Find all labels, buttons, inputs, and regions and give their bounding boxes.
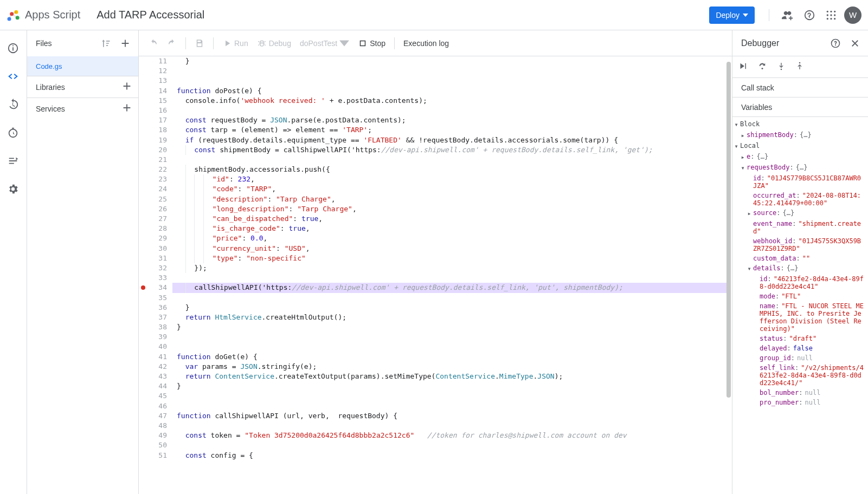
function-selector[interactable]: doPostTest [297,35,352,52]
svg-point-5 [830,10,832,12]
file-code-gs[interactable]: Code.gs [27,56,138,76]
svg-point-21 [799,62,801,64]
svg-point-4 [827,10,828,12]
svg-point-12 [834,18,835,20]
triggers-icon[interactable] [7,127,20,140]
svg-rect-14 [12,47,14,50]
executions-icon[interactable] [7,155,20,168]
add-library-button[interactable] [121,80,134,94]
sort-files-button[interactable] [97,35,114,52]
apps-script-icon [5,8,21,23]
debug-help-icon[interactable] [827,35,844,52]
svg-point-6 [834,10,835,12]
debugger-panel: Debugger Call stack Variables ▾Block▸shi… [732,30,868,494]
account-avatar[interactable]: W [844,6,861,24]
deploy-button[interactable]: Deploy [709,6,755,24]
svg-point-19 [762,68,763,69]
save-button[interactable] [191,35,208,52]
svg-point-9 [834,14,835,16]
libraries-section[interactable]: Libraries [27,76,138,98]
editor-scrollbar[interactable] [725,56,732,494]
left-rail [0,30,27,494]
files-panel: Files Code.gs Libraries Services [27,30,139,494]
debug-button[interactable]: Debug [254,35,294,52]
add-service-button[interactable] [121,102,134,115]
apps-grid-icon[interactable] [820,4,842,26]
run-button[interactable]: Run [219,35,252,52]
editor-area: Run Debug doPostTest Stop Execution log … [139,30,732,494]
editor-toolbar: Run Debug doPostTest Stop Execution log [139,30,732,56]
share-icon[interactable] [777,4,799,26]
editor-icon[interactable] [7,70,20,83]
redo-button[interactable] [164,35,180,52]
svg-point-7 [827,14,828,16]
svg-point-11 [830,18,832,20]
step-out-button[interactable] [795,61,804,73]
help-icon[interactable] [799,4,820,26]
svg-point-8 [830,14,832,16]
chevron-down-icon [743,14,748,17]
files-title: Files [36,39,52,48]
callstack-section[interactable]: Call stack [732,78,868,98]
svg-point-20 [781,69,782,70]
undo-button[interactable] [145,35,162,52]
svg-rect-15 [12,46,14,47]
debugger-title: Debugger [741,38,779,48]
stop-button[interactable]: Stop [355,35,389,52]
execution-log-button[interactable]: Execution log [400,35,452,52]
variables-tree[interactable]: ▾Block▸shipmentBody:{…}▾Local▸e:{…}▾requ… [732,117,868,494]
settings-icon[interactable] [7,183,20,196]
services-section[interactable]: Services [27,98,138,119]
history-icon[interactable] [7,99,20,112]
overview-icon[interactable] [7,42,20,55]
step-over-button[interactable] [757,61,767,73]
svg-rect-17 [361,41,365,46]
apps-script-logo[interactable]: Apps Script [5,8,80,23]
resume-button[interactable] [738,61,748,73]
step-into-button[interactable] [777,61,786,73]
chevron-down-icon [339,38,349,48]
close-debugger-button[interactable] [846,35,864,52]
app-header: Apps Script Add TARP Accessorial Deploy … [0,0,868,30]
product-name: Apps Script [25,9,80,21]
variables-section[interactable]: Variables [732,98,868,117]
code-editor[interactable]: 1112131415161718192021222324252627282930… [139,56,732,494]
add-file-button[interactable] [117,35,134,52]
project-title[interactable]: Add TARP Accessorial [97,9,709,21]
svg-point-10 [827,18,828,20]
